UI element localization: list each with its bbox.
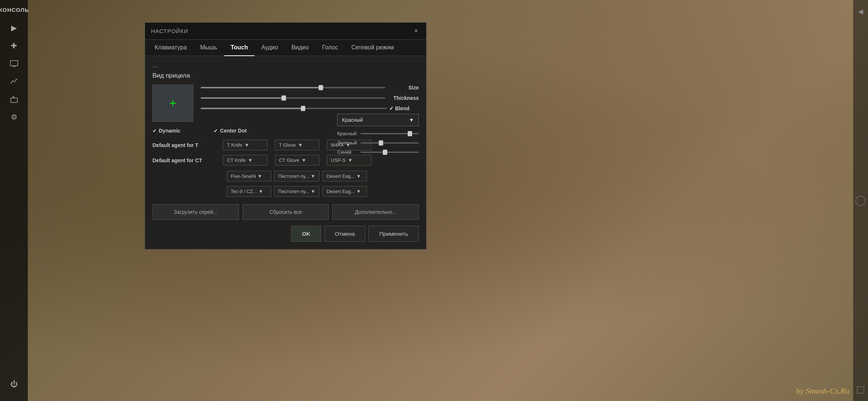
load-spray-button[interactable]: Загрузить спрей... (152, 204, 239, 220)
dropdown-arrow: ▼ (259, 189, 263, 194)
deagle2-dropdown[interactable]: Desert Eag... ▼ (322, 186, 367, 197)
green-slider[interactable] (361, 142, 419, 144)
dropdown-arrow: ▼ (356, 173, 361, 179)
tab-audio[interactable]: Аудио (254, 40, 285, 56)
tab-keyboard[interactable]: Клавиатура (148, 40, 194, 56)
dropdown-arrow: ▼ (311, 173, 316, 179)
apply-button[interactable]: Применить (368, 226, 419, 242)
settings-dialog: НАСТРОЙКИ × Клавиатура Мышь Touch Аудио … (145, 22, 427, 250)
settings-icon[interactable]: ⚙ (7, 110, 22, 124)
green-label: Зеленый (337, 140, 358, 146)
ok-button[interactable]: OK (291, 226, 321, 242)
blend-slider-row: ✓ Blend (201, 105, 419, 111)
play-icon[interactable]: ▶ (7, 20, 22, 35)
dropdown-arrow: ▼ (311, 189, 316, 194)
tv-icon[interactable] (7, 56, 22, 71)
tab-network[interactable]: Сетевой режим (345, 40, 401, 56)
weapon-row-2: Tec-9 / CZ... ▼ Пистолет-пу... ▼ Desert … (227, 186, 419, 197)
dialog-actions: Загрузить спрей... Сбросить все Дополнит… (152, 204, 419, 220)
right-circle (855, 196, 866, 206)
five-seven-dropdown[interactable]: Five-SeveN ▼ (227, 171, 271, 182)
agent-t-label: Default agent for T (152, 142, 219, 148)
thickness-label: Thickness (389, 95, 419, 101)
red-label: Красный (337, 131, 358, 136)
briefcase-icon[interactable] (7, 92, 22, 107)
deagle1-dropdown[interactable]: Desert Eag... ▼ (322, 171, 367, 182)
cancel-button[interactable]: Отмена (324, 226, 366, 242)
right-arrow-up[interactable]: ◀ (858, 7, 863, 16)
bg-overlay (0, 0, 868, 401)
color-section: Красный ▼ Красный Зеленый Синий (337, 114, 419, 159)
tab-video[interactable]: Видео (285, 40, 316, 56)
agent-ct-label: Default agent for CT (152, 157, 219, 163)
blend-label: ✓ Blend (389, 105, 419, 111)
blend-slider[interactable] (201, 108, 387, 109)
red-slider-row: Красный (337, 131, 419, 136)
dots-menu[interactable]: ... (152, 61, 419, 69)
advanced-button[interactable]: Дополнительно... (332, 204, 419, 220)
center-dot-check-mark: ✓ (214, 128, 218, 134)
blue-slider-row: Синий (337, 149, 419, 155)
ct-glove-dropdown[interactable]: CT Glove ▼ (275, 155, 319, 166)
close-button[interactable]: × (412, 26, 420, 36)
power-icon[interactable]: ⏻ (7, 376, 22, 391)
right-square (857, 386, 864, 394)
chart-icon[interactable] (7, 74, 22, 89)
center-dot-checkbox[interactable]: ✓ Center Dot (214, 128, 247, 134)
tab-mouse[interactable]: Мышь (194, 40, 224, 56)
blue-label: Синий (337, 149, 358, 155)
size-slider-row: Size (201, 85, 419, 91)
dropdown-arrow: ▼ (244, 142, 249, 148)
reset-all-button[interactable]: Сбросить все (243, 204, 329, 220)
tec9-dropdown[interactable]: Tec-9 / CZ... ▼ (227, 186, 271, 197)
green-slider-row: Зеленый (337, 140, 419, 146)
color-dropdown[interactable]: Красный ▼ (337, 114, 419, 126)
watermark: by Smash-Cs.Ru (796, 386, 849, 396)
blend-check: ✓ (389, 105, 394, 111)
dropdown-arrow: ▼ (356, 189, 361, 194)
size-slider[interactable] (201, 87, 385, 88)
dropdown-arrow: ▼ (409, 117, 414, 123)
tab-touch[interactable]: Touch (224, 40, 255, 56)
ct-knife-dropdown[interactable]: CT Knife ▼ (223, 155, 267, 166)
dialog-title: НАСТРОЙКИ (151, 28, 188, 34)
svg-rect-0 (10, 61, 18, 66)
crosshair-section-title: Вид прицела (152, 72, 419, 79)
pistol1-dropdown[interactable]: Пистолет-пу... ▼ (274, 171, 319, 182)
size-label: Size (389, 85, 419, 91)
thickness-slider-row: Thickness (201, 95, 419, 101)
dropdown-arrow: ▼ (257, 173, 262, 179)
crosshair-image (168, 99, 177, 108)
blue-slider[interactable] (361, 151, 419, 153)
t-glove-dropdown[interactable]: T Glove ▼ (275, 140, 319, 150)
dynamic-check-mark: ✓ (152, 128, 157, 134)
crosshair-preview (152, 85, 193, 122)
dialog-footer: OK Отмена Применить (152, 226, 419, 242)
t-knife-dropdown[interactable]: T Knife ▼ (223, 140, 267, 150)
dropdown-arrow: ▼ (248, 157, 253, 163)
tabs-bar: Клавиатура Мышь Touch Аудио Видео Голос … (145, 40, 426, 56)
dynamic-checkbox[interactable]: ✓ Dynamic (152, 128, 180, 134)
sidebar-title: КОНСОЛЬ (0, 7, 29, 13)
svg-rect-3 (11, 98, 17, 102)
dialog-titlebar: НАСТРОЙКИ × (145, 23, 426, 40)
weapon-section: Five-SeveN ▼ Пистолет-пу... ▼ Desert Eag… (152, 171, 419, 197)
sidebar: КОНСОЛЬ ▶ ✚ ⚙ ⏻ (0, 0, 28, 401)
right-bar: ◀ (853, 0, 868, 401)
pistol2-dropdown[interactable]: Пистолет-пу... ▼ (274, 186, 319, 197)
dialog-body: ... Вид прицела Size (145, 56, 426, 249)
weapon-row-1: Five-SeveN ▼ Пистолет-пу... ▼ Desert Eag… (227, 171, 419, 182)
red-slider[interactable] (361, 133, 419, 134)
dropdown-arrow: ▼ (298, 142, 303, 148)
dropdown-arrow: ▼ (302, 157, 306, 163)
thickness-slider[interactable] (201, 97, 385, 99)
plus-icon[interactable]: ✚ (7, 38, 22, 53)
tab-voice[interactable]: Голос (315, 40, 345, 56)
